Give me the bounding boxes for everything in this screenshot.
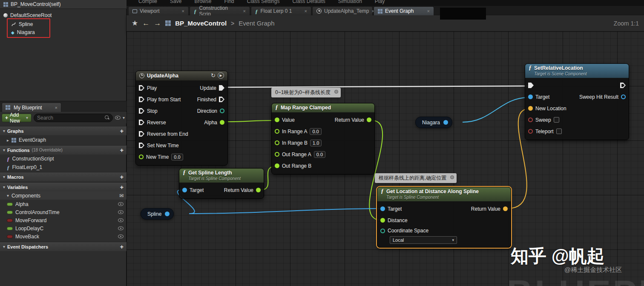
float-pin-value[interactable] bbox=[275, 117, 279, 122]
event-graph-canvas[interactable]: UpdateAlpha ↻ ▶ Play Update Play from St… bbox=[126, 31, 644, 286]
exec-pin-play[interactable] bbox=[139, 85, 144, 91]
out-range-a-field[interactable]: 0.0 bbox=[314, 151, 325, 158]
tab-event-graph[interactable]: Event Graph × bbox=[374, 6, 434, 15]
variable-row-alpha[interactable]: Alpha bbox=[0, 200, 126, 208]
add-function-button[interactable]: + bbox=[120, 147, 124, 154]
node-updatealpha[interactable]: UpdateAlpha ↻ ▶ Play Update Play from St… bbox=[135, 71, 228, 166]
float-pin-distance[interactable] bbox=[380, 218, 385, 223]
section-macros[interactable]: ▾ Macros + bbox=[0, 172, 126, 181]
node-map-range-clamped[interactable]: ƒ Map Range Clamped Value Return Value I… bbox=[271, 103, 375, 174]
close-icon[interactable]: × bbox=[305, 9, 307, 14]
toolbar-compile-button[interactable]: Compile bbox=[138, 0, 157, 6]
eye-icon[interactable] bbox=[118, 202, 124, 206]
toolbar-play-button[interactable]: Play bbox=[375, 0, 385, 6]
category-components[interactable]: ▾ Components ✉ bbox=[0, 192, 126, 200]
node-variable-niagara[interactable]: Niagara bbox=[415, 117, 452, 128]
close-icon[interactable]: × bbox=[243, 9, 246, 14]
toolbar-save-button[interactable]: Save bbox=[170, 0, 181, 6]
teleport-checkbox[interactable] bbox=[556, 129, 562, 134]
close-icon[interactable]: × bbox=[182, 9, 184, 14]
chevron-right-icon[interactable]: ▸ bbox=[7, 138, 9, 143]
enum-pin-coordinate-space[interactable] bbox=[380, 229, 385, 233]
object-pin-target[interactable] bbox=[528, 94, 533, 99]
float-pin-new-time[interactable] bbox=[139, 154, 144, 159]
list-item-floatlerp[interactable]: ƒ FloatLerp0_1 bbox=[0, 163, 126, 172]
comment-pin-icon[interactable] bbox=[450, 175, 454, 179]
exec-pin-play-from-start[interactable] bbox=[139, 97, 144, 102]
toolbar-class-defaults-button[interactable]: Class Defaults bbox=[292, 0, 325, 6]
object-pin-spline-out[interactable] bbox=[165, 212, 170, 216]
node-get-spline-length[interactable]: ƒ Get Spline Length Target is Spline Com… bbox=[179, 168, 264, 199]
variable-row-moveforward[interactable]: MoveForward bbox=[0, 216, 126, 224]
sweep-checkbox[interactable] bbox=[554, 117, 559, 123]
loop-icon[interactable]: ↻ bbox=[211, 73, 216, 78]
eye-icon[interactable] bbox=[118, 226, 124, 230]
eye-icon[interactable] bbox=[118, 218, 124, 222]
object-pin-target[interactable] bbox=[380, 206, 385, 211]
variable-row-loopdelayc[interactable]: LoopDelayC bbox=[0, 224, 126, 232]
node-comment-bubble[interactable]: 0~1映射为0~样条线长度 bbox=[271, 88, 341, 97]
add-dispatcher-button[interactable]: + bbox=[120, 243, 124, 250]
tab-construction-script[interactable]: ƒ Construction Scrip × bbox=[190, 6, 250, 15]
bool-pin-sweep[interactable] bbox=[528, 117, 533, 122]
float-pin-in-range-a[interactable] bbox=[275, 129, 279, 134]
favorite-star-icon[interactable]: ★ bbox=[132, 19, 138, 28]
add-graph-button[interactable]: + bbox=[120, 128, 124, 134]
exec-pin-set-new-time[interactable] bbox=[139, 143, 144, 148]
tab-updatealpha-template[interactable]: UpdateAlpha_Temp × bbox=[312, 6, 373, 15]
float-pin-out-range-b[interactable] bbox=[275, 163, 279, 168]
node-variable-spline[interactable]: Spline bbox=[141, 208, 174, 220]
tab-my-blueprint[interactable]: My Blueprint × bbox=[2, 103, 61, 112]
exec-pin-update[interactable] bbox=[219, 85, 224, 91]
tab-viewport[interactable]: Viewport × bbox=[128, 6, 189, 15]
tree-item-spline[interactable]: Spline bbox=[11, 20, 33, 28]
add-new-button[interactable]: + Add New ▾ bbox=[2, 114, 32, 122]
float-pin-out-range-a[interactable] bbox=[275, 152, 279, 157]
coordinate-space-dropdown[interactable]: Local ▾ bbox=[390, 236, 457, 244]
eye-icon[interactable] bbox=[118, 210, 124, 214]
node-get-location-at-distance-along-spline[interactable]: ƒ Get Location at Distance Along Spline … bbox=[377, 187, 511, 248]
enum-pin-direction[interactable] bbox=[220, 109, 224, 113]
vector-pin-return-value[interactable] bbox=[503, 206, 508, 211]
exec-pin-reverse-from-end[interactable] bbox=[139, 131, 144, 137]
toolbar-class-settings-button[interactable]: Class Settings bbox=[247, 0, 280, 6]
section-event-dispatchers[interactable]: ▾ Event Dispatchers + bbox=[0, 242, 126, 251]
eye-icon[interactable] bbox=[118, 235, 124, 238]
tree-item-niagara[interactable]: ◆ Niagara bbox=[11, 29, 35, 36]
object-pin-target[interactable] bbox=[182, 188, 187, 192]
tab-float-lerp[interactable]: ƒ Float Lerp 0 1 × bbox=[251, 6, 311, 15]
exec-pin-in[interactable] bbox=[528, 83, 534, 88]
float-pin-alpha[interactable] bbox=[220, 120, 224, 125]
list-item-eventgraph[interactable]: ▸ EventGraph bbox=[0, 136, 126, 144]
vector-pin-new-location[interactable] bbox=[528, 106, 533, 111]
section-functions[interactable]: ▾ Functions (18 Overridable) + bbox=[0, 145, 126, 154]
back-arrow-icon[interactable]: ← bbox=[142, 19, 150, 28]
exec-pin-reverse[interactable] bbox=[139, 120, 144, 125]
add-macro-button[interactable]: + bbox=[120, 174, 124, 180]
tree-item-defaultsceneroot[interactable]: DefaultSceneRoot bbox=[3, 11, 52, 19]
bool-pin-teleport[interactable] bbox=[528, 129, 533, 134]
in-range-a-field[interactable]: 0.0 bbox=[310, 128, 321, 135]
float-pin-return-value[interactable] bbox=[256, 188, 261, 192]
close-icon[interactable]: × bbox=[427, 9, 430, 14]
breadcrumb-current[interactable]: Event Graph bbox=[239, 20, 274, 27]
close-icon[interactable]: × bbox=[55, 105, 58, 110]
list-item-constructionscript[interactable]: ƒ ConstructionScript bbox=[0, 154, 126, 163]
float-pin-return-value[interactable] bbox=[367, 117, 371, 122]
exec-pin-stop[interactable] bbox=[139, 108, 144, 114]
play-icon[interactable]: ▶ bbox=[218, 72, 224, 79]
search-input[interactable] bbox=[37, 115, 103, 121]
node-comment-bubble[interactable]: 根据样条线上的距离,确定位置 bbox=[375, 173, 457, 183]
breadcrumb-root[interactable]: BP_MoveControl bbox=[175, 20, 227, 27]
in-range-b-field[interactable]: 1.0 bbox=[310, 140, 322, 146]
exec-pin-out[interactable] bbox=[620, 83, 626, 88]
visibility-filter-icon[interactable] bbox=[115, 116, 121, 120]
node-setrelativelocation[interactable]: ƒ SetRelativeLocation Target is Scene Co… bbox=[525, 63, 629, 140]
variable-row-moveback[interactable]: MoveBack bbox=[0, 232, 126, 240]
section-variables[interactable]: ▾ Variables + bbox=[0, 182, 126, 192]
toolbar-simulation-button[interactable]: Simulation bbox=[338, 0, 362, 6]
variable-row-controlaroundtime[interactable]: ControlAroundTime bbox=[0, 208, 126, 216]
object-pin-niagara-out[interactable] bbox=[443, 120, 448, 125]
add-variable-button[interactable]: + bbox=[120, 184, 124, 191]
struct-pin-sweep-hit-result[interactable] bbox=[621, 94, 626, 99]
